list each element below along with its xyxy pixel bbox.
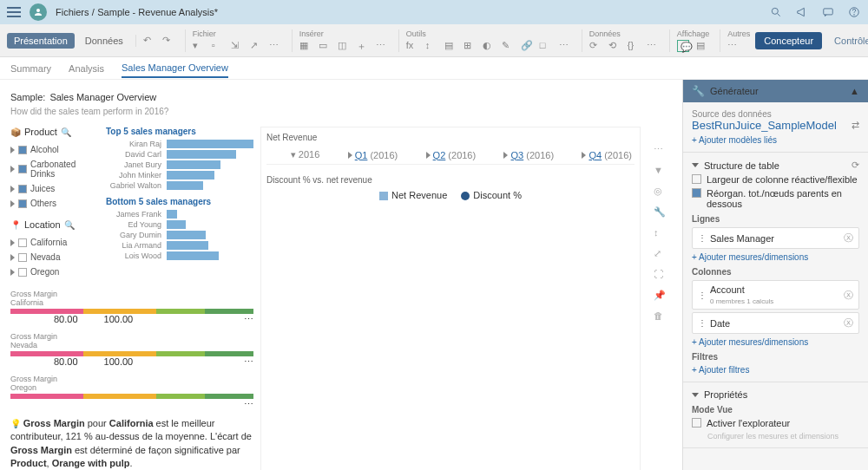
viz-toolbar: ⋯ ▼ ◎ 🔧 ↕ ⤢ ⛶ 📌 🗑 [648, 127, 672, 470]
filter-icon[interactable]: ▼ [654, 165, 666, 177]
gm-item: Gross MarginCalifornia80.00100.00⋯ [10, 290, 253, 325]
concepteur-button[interactable]: Concepteur [755, 32, 822, 49]
filter-item[interactable]: Alcohol [10, 142, 102, 157]
bar-row[interactable]: Gabriel Walton [106, 181, 253, 190]
bar-row[interactable]: Lois Wood [106, 251, 253, 260]
config-link: Configurer les mesures et dimensions [707, 432, 859, 441]
chat-icon[interactable] [821, 5, 835, 19]
pin-icon[interactable]: 📌 [654, 290, 666, 302]
reorg-check[interactable]: Réorgan. tot./nœuds parents en dessous [692, 188, 859, 209]
presentation-tab[interactable]: Présentation [7, 33, 75, 49]
help-icon[interactable] [847, 5, 861, 19]
gm-item: Gross MarginNevada80.00100.00⋯ [10, 332, 253, 368]
datasource-name[interactable]: BestRunJuice_SampleModel [692, 119, 837, 132]
group-data: Données [589, 29, 659, 38]
chart-title: Discount % vs. net revenue [266, 175, 635, 185]
page-title: Sample: Sales Manager Overview [10, 87, 672, 105]
undo-icon[interactable]: ↶ [143, 35, 155, 47]
bar-row[interactable]: Ed Young [106, 220, 253, 229]
trash-icon[interactable]: 🗑 [654, 310, 666, 323]
group-file: Fichier [193, 29, 281, 38]
col-account-field[interactable]: ⋮ Account0 membres 1 calculsⓧ [692, 280, 859, 310]
datasource-label: Source des données [692, 109, 859, 119]
bar-row[interactable]: David Carl [106, 150, 253, 159]
ribbon: Présentation Données ↶↷ Fichier▾▫⇲↗⋯ Ins… [0, 24, 868, 57]
bot5-title: Bottom 5 sales managers [106, 197, 253, 206]
panel-header: 🔧 Générateur▲ [683, 80, 868, 102]
title-bar: Fichiers / Sample - Revenue Analysis* [0, 0, 868, 24]
more-icon[interactable]: ⋯ [654, 144, 666, 156]
group-tools: Outils [406, 29, 571, 38]
target-icon[interactable]: ◎ [654, 186, 666, 198]
tab-summary[interactable]: Summary [10, 60, 51, 77]
responsive-width-check[interactable]: Largeur de colonne réactive/flexible [692, 174, 859, 185]
table-title: Net Revenue [266, 133, 635, 142]
rows-label: Lignes [692, 214, 859, 224]
filter-item[interactable]: Carbonated Drinks [10, 157, 102, 181]
gm-item: Gross MarginOregon⋯ [10, 375, 253, 410]
group-other: Autres [727, 29, 750, 38]
filter-location-header[interactable]: 📍 Location 🔍 [10, 219, 102, 230]
wrench-icon[interactable]: 🔧 [654, 206, 666, 219]
page-subtitle: How did the sales team perform in 2016? [10, 107, 672, 116]
expand-icon[interactable]: ⤢ [654, 248, 666, 260]
group-insert: Insérer [299, 29, 388, 38]
add-col-link[interactable]: + Ajouter mesures/dimensions [692, 337, 859, 347]
filter-product-header[interactable]: 📦 Product 🔍 [10, 127, 102, 137]
sort-icon[interactable]: ↕ [654, 227, 666, 239]
svg-line-1 [778, 14, 780, 16]
revenue-table[interactable]: ▾ 2016 Q1 (2016) Q2 (2016) Q3 (2016) Q4 … [266, 146, 635, 165]
page-tabs: Summary Analysis Sales Manager Overview [0, 57, 868, 80]
bar-row[interactable]: Gary Dumin [106, 231, 253, 239]
filter-item[interactable]: California [10, 235, 102, 250]
props-section[interactable]: Propriétés [692, 389, 859, 400]
filters-label: Filtres [692, 352, 859, 362]
controles-button[interactable]: Contrôles [827, 32, 868, 49]
bar-row[interactable]: Kiran Raj [106, 140, 253, 148]
row-field[interactable]: ⋮ Sales Managerⓧ [692, 227, 859, 249]
filter-item[interactable]: Others [10, 196, 102, 211]
tab-sales-manager[interactable]: Sales Manager Overview [122, 59, 228, 78]
bar-row[interactable]: John Minker [106, 171, 253, 180]
svg-rect-2 [824, 9, 833, 15]
col-date-field[interactable]: ⋮ Dateⓧ [692, 312, 859, 334]
structure-section[interactable]: Structure de table⟳ [692, 160, 859, 171]
filter-item[interactable]: Oregon [10, 264, 102, 279]
cols-label: Colonnes [692, 267, 859, 277]
top5-title: Top 5 sales managers [106, 127, 253, 136]
announce-icon[interactable] [795, 5, 809, 19]
remove-icon[interactable]: ⓧ [844, 232, 853, 245]
avatar[interactable] [30, 3, 47, 21]
add-model-link[interactable]: + Ajouter modèles liés [692, 135, 859, 145]
tab-analysis[interactable]: Analysis [69, 60, 104, 77]
data-tab[interactable]: Données [78, 33, 130, 49]
group-view: Affichage [677, 29, 709, 38]
bar-row[interactable]: Janet Bury [106, 160, 253, 169]
explorer-check[interactable]: Activer l'explorateur [692, 418, 859, 428]
search-icon[interactable] [769, 5, 783, 19]
redo-icon[interactable]: ↷ [162, 35, 174, 47]
svg-point-4 [854, 15, 855, 16]
breadcrumb[interactable]: Fichiers / Sample - Revenue Analysis* [56, 6, 218, 18]
fullscreen-icon[interactable]: ⛶ [654, 269, 666, 281]
builder-panel: 🔧 Générateur▲ Source des données BestRun… [682, 80, 868, 470]
chart-legend: Net RevenueDiscount % [266, 190, 635, 200]
insight-note: 💡 Gross Margin pour California est le me… [10, 417, 253, 470]
add-row-link[interactable]: + Ajouter mesures/dimensions [692, 252, 859, 262]
bar-row[interactable]: James Frank [106, 210, 253, 219]
bar-row[interactable]: Lia Armand [106, 241, 253, 250]
filter-item[interactable]: Juices [10, 181, 102, 196]
add-filter-link[interactable]: + Ajouter filtres [692, 365, 859, 375]
svg-point-0 [772, 8, 778, 14]
comment-icon[interactable]: 💬 [677, 40, 689, 52]
mode-label: Mode Vue [692, 405, 859, 415]
swap-icon[interactable]: ⇄ [852, 120, 859, 131]
menu-icon[interactable] [7, 7, 21, 17]
filter-item[interactable]: Nevada [10, 250, 102, 264]
